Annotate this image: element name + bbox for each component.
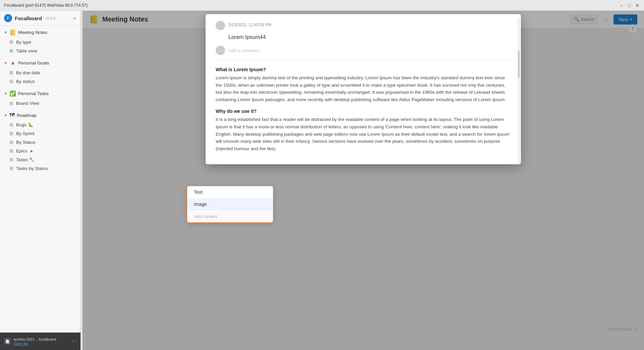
sidebar-group-personal-tasks[interactable]: ▼ ✅ Personal Tasks [0, 88, 80, 99]
sidebar-item-bugs-label: Bugs 🐛 [16, 122, 34, 127]
maximize-button[interactable]: □ [627, 3, 632, 8]
section-1-text: Lorem Ipsum is simply dummy text of the … [216, 74, 511, 103]
sidebar-item-board-view[interactable]: ⊞ Board View [0, 99, 80, 107]
sidebar-item-tasks-by-status-label: Tasks by Status [16, 166, 48, 171]
sidebar-group-personal-goals[interactable]: ▼ 🔺 Personal Goals [0, 58, 80, 68]
chevron-down-icon: ▼ [4, 92, 7, 95]
roadmap-icon: 🗺 [9, 112, 15, 118]
sidebar-group-meeting-notes-label: Meeting Notes [18, 30, 47, 35]
grid-icon: ⊞ [9, 100, 13, 106]
grid-icon: ⊞ [9, 79, 13, 84]
grid-icon: ⊞ [9, 166, 13, 171]
dropdown-item-text[interactable]: Text [187, 186, 273, 198]
sidebar-item-by-status[interactable]: ⊞ By Status [0, 138, 80, 146]
chevron-down-icon: ▼ [4, 114, 7, 117]
avatar [216, 21, 225, 30]
svg-text:F: F [7, 16, 9, 20]
dropdown-item-text-label: Text [194, 189, 203, 195]
modal-scrollbar[interactable] [518, 17, 520, 164]
sidebar-item-tasks-by-status[interactable]: ⊞ Tasks by Status [0, 164, 80, 173]
body-section-1: What is Lorem Ipsum? Lorem Ipsum is simp… [216, 67, 511, 103]
section-2-text: It is a long established fact that a rea… [216, 116, 511, 152]
file-name: archive-2021....focalboard [13, 337, 56, 341]
sidebar-item-table-view[interactable]: ⊞ Table view [0, 46, 80, 55]
scrollbar-thumb [518, 51, 520, 78]
modal-overlay[interactable]: 3/23/2021, 12:45:55 PM Lorem Ipsum44 Add… [83, 11, 644, 350]
chevron-down-icon: ▼ [4, 61, 7, 65]
app-logo: F [4, 14, 12, 22]
content-type-dropdown: Text Image Add content [186, 185, 274, 223]
modal-card: 3/23/2021, 12:45:55 PM Lorem Ipsum44 Add… [206, 14, 521, 164]
sidebar-item-by-status-label: By Status [16, 140, 36, 145]
sidebar-item-bugs[interactable]: ⊞ Bugs 🐛 [0, 120, 80, 129]
grid-icon: ⊞ [9, 48, 13, 53]
sidebar-item-table-view-label: Table view [16, 48, 37, 53]
open-file-link[interactable]: Open file [13, 342, 56, 346]
title-bar: Focalboard (port 61475 WebView 89.0.774.… [0, 0, 644, 11]
main-content: ? 📒 Meeting Notes 🔍 Search ··· New ▾ SOF… [83, 11, 644, 350]
title-bar-controls: − □ ✕ [619, 3, 640, 8]
sidebar-item-by-sprint-label: By Sprint [16, 131, 35, 136]
personal-tasks-icon: ✅ [9, 90, 16, 97]
sidebar-item-tasks[interactable]: ⊞ Tasks 🔧 [0, 155, 80, 164]
sidebar-section-meeting-notes: ▼ 📒 Meeting Notes ⊞ By type ⊞ Table view [0, 26, 80, 56]
add-content-label[interactable]: Add content [187, 210, 273, 222]
sidebar-item-by-status-goals-label: By status [16, 79, 35, 84]
meeting-notes-icon: 📒 [9, 29, 16, 36]
sidebar-section-roadmap: ▼ 🗺 Roadmap ⊞ Bugs 🐛 ⊞ By Sprint ⊞ By St… [0, 109, 80, 174]
sidebar-item-by-due-date-label: By due date [16, 70, 40, 75]
personal-goals-icon: 🔺 [9, 60, 16, 66]
sidebar: F Focalboard v0.6.0 « ▼ 📒 Meeting Notes … [0, 11, 80, 350]
sidebar-item-epics[interactable]: ⊞ Epics 🔺 [0, 146, 80, 155]
grid-icon: ⊞ [9, 39, 13, 45]
sidebar-item-by-type-label: By type [16, 40, 31, 45]
app-version: v0.6.0 [45, 16, 55, 20]
modal-content: 3/23/2021, 12:45:55 PM Lorem Ipsum44 Add… [206, 14, 521, 164]
sidebar-item-tasks-label: Tasks 🔧 [16, 157, 35, 162]
sidebar-collapse-button[interactable]: « [73, 15, 76, 21]
card-title: Lorem Ipsum44 [216, 34, 511, 40]
app-container: F Focalboard v0.6.0 « ▼ 📒 Meeting Notes … [0, 11, 644, 350]
grid-icon: ⊞ [9, 122, 13, 127]
body-section-2: Why do we use it? It is a long establish… [216, 108, 511, 152]
file-icon: 📄 [4, 338, 11, 345]
sidebar-section-personal-goals: ▼ 🔺 Personal Goals ⊞ By due date ⊞ By st… [0, 56, 80, 87]
sidebar-group-personal-goals-label: Personal Goals [18, 60, 49, 65]
section-2-heading: Why do we use it? [216, 108, 511, 114]
grid-icon: ⊞ [9, 157, 13, 162]
chevron-down-icon: ▼ [4, 31, 7, 34]
sidebar-group-meeting-notes[interactable]: ▼ 📒 Meeting Notes [0, 27, 80, 38]
timestamp-row: 3/23/2021, 12:45:55 PM [216, 21, 511, 30]
grid-icon: ⊞ [9, 139, 13, 145]
grid-icon: ⊞ [9, 70, 13, 75]
sidebar-group-roadmap[interactable]: ▼ 🗺 Roadmap [0, 110, 80, 120]
add-comment-row: Add a comment... [216, 46, 511, 60]
dropdown-item-image[interactable]: Image [187, 198, 273, 210]
file-bar: 📄 archive-2021....focalboard Open file ·… [0, 333, 80, 350]
sidebar-item-by-status-goals[interactable]: ⊞ By status [0, 77, 80, 86]
sidebar-item-by-sprint[interactable]: ⊞ By Sprint [0, 129, 80, 138]
section-1-heading: What is Lorem Ipsum? [216, 67, 511, 72]
file-more-button[interactable]: ··· [72, 338, 76, 344]
close-button[interactable]: ✕ [635, 3, 640, 8]
sidebar-header: F Focalboard v0.6.0 « [0, 11, 80, 26]
sidebar-item-board-view-label: Board View [16, 101, 39, 106]
sidebar-item-by-type[interactable]: ⊞ By type [0, 38, 80, 46]
comment-avatar [216, 46, 225, 55]
sidebar-group-personal-tasks-label: Personal Tasks [18, 91, 49, 96]
sidebar-item-epics-label: Epics 🔺 [16, 148, 34, 154]
add-comment-input[interactable]: Add a comment... [228, 48, 263, 53]
comment-timestamp: 3/23/2021, 12:45:55 PM [228, 21, 271, 27]
minimize-button[interactable]: − [619, 3, 624, 8]
sidebar-item-by-due-date[interactable]: ⊞ By due date [0, 68, 80, 77]
sidebar-section-personal-tasks: ▼ ✅ Personal Tasks ⊞ Board View [0, 87, 80, 109]
file-info: archive-2021....focalboard Open file [13, 337, 56, 346]
sidebar-group-roadmap-label: Roadmap [17, 113, 37, 118]
title-bar-text: Focalboard (port 61475 WebView 89.0.774.… [4, 3, 88, 8]
grid-icon: ⊞ [9, 131, 13, 136]
app-name: Focalboard [15, 15, 42, 21]
grid-icon: ⊞ [9, 148, 13, 154]
dropdown-item-image-label: Image [194, 202, 207, 207]
